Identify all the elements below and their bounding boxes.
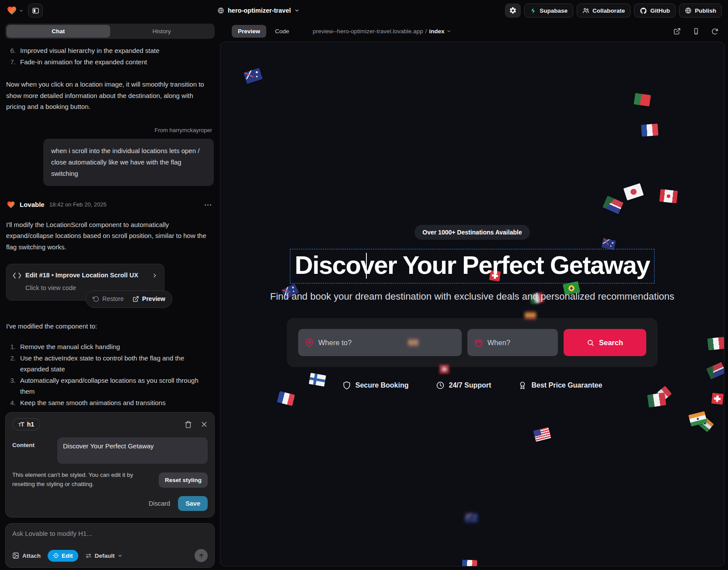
supabase-label: Supabase — [540, 7, 568, 14]
chevron-down-icon — [294, 8, 300, 13]
restore-button[interactable]: Restore — [93, 294, 124, 304]
chevron-right-icon — [152, 273, 158, 279]
assistant-numbered-list: 1.Remove the manual click handling 2.Use… — [6, 341, 214, 408]
default-label: Default — [95, 553, 115, 559]
chat-history-tabs: Chat History — [5, 24, 215, 39]
list-item: 2.Use the activeIndex state to control b… — [6, 353, 214, 375]
gear-icon — [509, 7, 517, 14]
supabase-button[interactable]: Supabase — [524, 3, 573, 17]
settings-button[interactable] — [505, 3, 521, 17]
restore-preview-pill: Restore Preview — [86, 290, 172, 308]
chat-composer: Attach Edit Default — [5, 523, 215, 568]
tab-history[interactable]: History — [110, 25, 214, 38]
globe-icon — [685, 7, 692, 14]
list-item: 4.Keep the same smooth animations and tr… — [6, 397, 214, 408]
element-editor-panel: TT h1 Content Discover Your Perfect — [5, 412, 215, 518]
refresh-icon[interactable] — [711, 28, 718, 35]
lovable-heart-icon — [6, 200, 16, 209]
typography-icon: TT — [18, 421, 24, 428]
chevron-down-icon — [118, 553, 122, 558]
search-icon — [587, 339, 594, 346]
chat-message-list[interactable]: 6.Improved visual hierarchy in the expan… — [5, 39, 215, 408]
users-icon — [582, 7, 589, 14]
hero-title[interactable]: Discover Your Perfect Getaway — [295, 250, 650, 280]
lovable-app: hero-optimizer-travel Supabase — [0, 0, 728, 570]
github-button[interactable]: GitHub — [634, 3, 676, 17]
selected-h1-outline[interactable]: Discover Your Perfect Getaway — [290, 249, 655, 283]
feature-label: Secure Booking — [355, 381, 409, 389]
feature-best-price: Best Price Guarantee — [518, 381, 602, 390]
save-button[interactable]: Save — [178, 496, 208, 511]
trash-icon[interactable] — [185, 421, 192, 428]
preview-panel: Preview Code preview--hero-optimizer-tra… — [220, 21, 728, 570]
preview-url-path: index — [429, 28, 444, 35]
award-icon — [518, 381, 527, 390]
user-message-bubble: when i scroll into the individual locati… — [43, 139, 214, 186]
lovable-heart-icon — [6, 5, 17, 16]
attach-button[interactable]: Attach — [12, 552, 41, 559]
list-item: 1.Remove the manual click handling — [6, 341, 214, 353]
edit-mode-button[interactable]: Edit — [48, 550, 78, 562]
model-default-selector[interactable]: Default — [85, 553, 123, 559]
assistant-paragraph: Now when you click on a location image, … — [6, 79, 214, 112]
more-options-icon[interactable] — [202, 203, 214, 207]
open-in-new-window-icon[interactable] — [673, 28, 681, 35]
list-item: 7.Fade-in animation for the expanded con… — [6, 56, 214, 68]
assistant-paragraph: I've modified the component to: — [6, 321, 214, 332]
discard-button[interactable]: Discard — [149, 500, 170, 507]
close-icon[interactable] — [201, 421, 208, 428]
restore-label: Restore — [102, 294, 124, 304]
content-input[interactable]: Discover Your Perfect Getaway — [57, 437, 208, 464]
clock-icon — [436, 381, 445, 390]
destinations-badge: Over 1000+ Destinations Available — [415, 225, 529, 240]
preview-url-separator: / — [425, 28, 427, 35]
when-field[interactable] — [467, 329, 558, 356]
assistant-message-header: Lovable 18:42 on Feb 20, 2025 — [6, 199, 214, 210]
attach-image-icon — [12, 552, 19, 559]
topbar: hero-optimizer-travel Supabase — [0, 0, 728, 21]
collaborate-button[interactable]: Collaborate — [577, 3, 630, 17]
edit-card-wrap: Edit #18 • Improve Location Scroll UX Cl… — [6, 264, 164, 300]
preview-toolbar: Preview Code preview--hero-optimizer-tra… — [220, 21, 728, 42]
where-field[interactable] — [298, 329, 462, 356]
preview-url[interactable]: preview--hero-optimizer-travel.lovable.a… — [313, 28, 451, 35]
tab-preview[interactable]: Preview — [232, 25, 266, 38]
search-label: Search — [599, 339, 623, 347]
feature-support: 24/7 Support — [436, 381, 491, 390]
features-row: Secure Booking 24/7 Support — [342, 381, 603, 390]
hero-section: Over 1000+ Destinations Available Discov… — [220, 42, 724, 566]
element-tag-pill[interactable]: TT h1 — [12, 418, 40, 430]
calendar-icon — [474, 339, 483, 347]
code-icon — [13, 272, 21, 279]
preview-label: Preview — [142, 294, 165, 304]
search-button[interactable]: Search — [564, 329, 646, 356]
arrow-up-icon — [198, 553, 205, 559]
editor-note: This element can't be styled. You can ed… — [12, 471, 153, 489]
reset-styling-button[interactable]: Reset styling — [159, 472, 208, 488]
lovable-logo-menu[interactable] — [6, 5, 24, 16]
location-pin-icon — [305, 339, 313, 347]
publish-button[interactable]: Publish — [679, 3, 722, 17]
composer-input[interactable] — [12, 530, 208, 543]
edit-label: Edit — [62, 553, 73, 559]
tab-code[interactable]: Code — [269, 25, 295, 38]
where-input[interactable] — [318, 339, 455, 347]
project-name: hero-optimizer-travel — [228, 7, 291, 14]
text-caret — [366, 253, 367, 279]
when-input[interactable] — [488, 339, 551, 347]
send-button[interactable] — [195, 549, 208, 562]
project-switcher[interactable]: hero-optimizer-travel — [217, 7, 300, 14]
mobile-view-icon[interactable] — [693, 28, 700, 35]
preview-viewport[interactable]: Over 1000+ Destinations Available Discov… — [220, 42, 725, 567]
element-tag: h1 — [27, 421, 34, 428]
preview-url-host: preview--hero-optimizer-travel.lovable.a… — [313, 28, 423, 35]
preview-button[interactable]: Preview — [132, 294, 165, 304]
tab-chat[interactable]: Chat — [7, 25, 110, 38]
chevron-down-icon — [446, 29, 451, 34]
feature-label: 24/7 Support — [449, 381, 491, 389]
sidebar-panel-icon — [32, 7, 39, 14]
assistant-timestamp: 18:42 on Feb 20, 2025 — [49, 200, 107, 210]
supabase-bolt-icon — [530, 7, 536, 14]
search-card: Search — [287, 318, 658, 367]
sidebar-toggle-button[interactable] — [28, 3, 43, 17]
